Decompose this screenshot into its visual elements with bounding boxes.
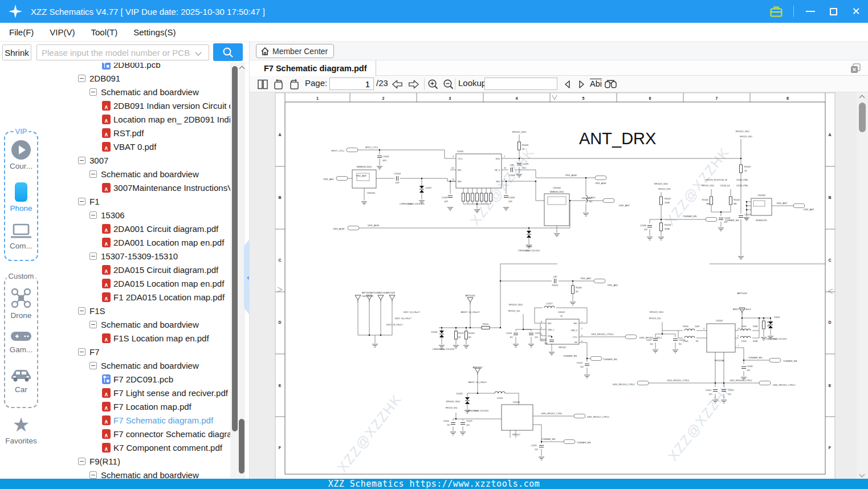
tree-group[interactable]: Schematic and boardview [43, 468, 230, 479]
tree-item[interactable]: ∧F1 2DA015 Location map.pdf [43, 290, 230, 304]
collapse-minus-icon[interactable] [89, 252, 97, 260]
tree-group[interactable]: Schematic and boardview [43, 85, 230, 99]
tree-item[interactable]: ∧F7 Location map.pdf [43, 400, 230, 413]
tree-item[interactable]: F7 2DC091.pcb [43, 372, 230, 386]
svg-text:R1006: R1006 [576, 287, 582, 289]
tree-item[interactable]: ∧2DB091 Indian version Circuit d [43, 99, 230, 112]
svg-text:6: 6 [541, 333, 542, 336]
previous-match-icon[interactable] [561, 78, 574, 91]
sidebar-item-drone[interactable]: Drone [5, 287, 37, 320]
tree-group[interactable]: 3007 [43, 153, 230, 167]
match-case-toggle[interactable]: Abi [590, 79, 602, 88]
search-icon [222, 46, 234, 59]
member-center-button[interactable]: Member Center [256, 44, 334, 58]
two-page-view-icon[interactable] [256, 78, 269, 91]
tree-item[interactable]: ∧F7 Light sense and reciver.pdf [43, 386, 230, 400]
tree-item[interactable]: ∧2DA015 Circuit diagram.pdf [43, 263, 230, 276]
tree-item[interactable]: ∧Location map en_ 2DB091 India [43, 112, 230, 126]
svg-text:C1009: C1009 [522, 163, 528, 165]
tree-item[interactable]: 2DB001.pcb [43, 63, 230, 71]
sidebar-item-cour[interactable]: Cour... [5, 140, 37, 170]
sidebar-item-car[interactable]: Car [5, 368, 37, 394]
tree-group[interactable]: F7 [43, 345, 230, 358]
tree-item[interactable]: ∧2DA015 Location map en.pdf [43, 276, 230, 290]
tree-item[interactable]: ∧2DA001 Location map en.pdf [43, 235, 230, 249]
tree-group[interactable]: F1 [43, 194, 230, 208]
collapse-minus-icon[interactable] [89, 88, 97, 96]
sidebar-item-favorites[interactable]: ★ Favorites [4, 415, 38, 445]
tree-item[interactable]: ∧2DA001 Circuit diagram.pdf [43, 222, 230, 235]
scroll-down-icon[interactable] [859, 472, 865, 478]
gamepad-icon [10, 329, 32, 343]
tab-f7-schematic[interactable]: F7 Schematic diagram.pdf [250, 60, 376, 76]
collapse-minus-icon[interactable] [78, 348, 85, 356]
lookup-input[interactable] [484, 78, 557, 90]
svg-text:RF1119_V50: RF1119_V50 [446, 407, 458, 409]
svg-text:D: D [278, 320, 281, 324]
tree-group[interactable]: F1S [43, 304, 230, 317]
tree-scrollbar[interactable] [230, 63, 245, 479]
collapse-minus-icon[interactable] [89, 362, 97, 369]
svg-text:NC: NC [510, 336, 514, 339]
laptop-icon [10, 223, 32, 239]
zoom-in-icon[interactable] [426, 78, 439, 91]
tree-group[interactable]: Schematic and boardview [43, 317, 230, 331]
collapse-minus-icon[interactable] [78, 307, 85, 315]
maximize-button[interactable] [827, 5, 840, 18]
next-page-icon[interactable] [407, 78, 420, 91]
menu-item-vipv[interactable]: VIP(V) [46, 26, 78, 39]
rotate-right-icon[interactable] [287, 78, 300, 91]
collapse-minus-icon[interactable] [89, 170, 97, 178]
tree-group[interactable]: F9(R11) [43, 454, 230, 468]
sidebar-item-phone[interactable]: Phone [5, 182, 37, 213]
scroll-up-icon[interactable] [859, 95, 865, 101]
search-button[interactable] [213, 43, 243, 61]
pdf-viewer[interactable]: 12345678AABBCCDDEEFFXZZ@XZZHKXZZ@XZZHKXZ… [250, 92, 868, 479]
tree-item[interactable]: ∧RST.pdf [43, 126, 230, 140]
page-number-input[interactable] [329, 78, 374, 90]
collapse-minus-icon[interactable] [89, 211, 97, 219]
tree-group[interactable]: Schematic and boardview [43, 358, 230, 372]
tree-group[interactable]: 15307-15309-15310 [43, 249, 230, 263]
pdf-icon: ∧ [102, 279, 111, 288]
file-tree: 2DB001.pcb2DB091Schematic and boardview∧… [43, 63, 230, 479]
tree-item[interactable]: ∧VBAT 0.pdf [43, 140, 230, 153]
tree-item[interactable]: ∧3007Maintenance InstructionsV [43, 181, 230, 194]
rotate-left-icon[interactable] [272, 78, 285, 91]
close-button[interactable]: ✕ [850, 5, 862, 18]
collapse-minus-icon[interactable] [78, 458, 85, 465]
tree-scrollbar-thumb-2[interactable] [239, 419, 244, 474]
collapse-minus-icon[interactable] [78, 198, 85, 205]
vip-briefcase-icon[interactable] [769, 5, 783, 18]
sidebar-item-gam[interactable]: Gam... [5, 329, 37, 354]
tree-item[interactable]: ∧F1S Location map en.pdf [43, 331, 230, 345]
collapse-minus-icon[interactable] [89, 471, 97, 479]
svg-text:RF1119_V50: RF1119_V50 [649, 317, 661, 320]
zoom-out-icon[interactable] [442, 78, 455, 91]
menu-item-settingss[interactable]: Settings(S) [130, 26, 179, 39]
viewer-scrollbar-thumb[interactable] [859, 103, 866, 132]
menu-item-filef[interactable]: File(F) [6, 26, 37, 39]
tree-scrollbar-thumb[interactable] [232, 66, 238, 431]
tree-group[interactable]: Schematic and boardview [43, 167, 230, 181]
svg-text:R1012: R1012 [552, 284, 558, 287]
shrink-button[interactable]: Shrink [2, 44, 31, 60]
binoculars-search-icon[interactable] [604, 78, 617, 91]
tree-group[interactable]: 15306 [43, 208, 230, 222]
minimize-button[interactable] [804, 5, 817, 18]
close-all-tabs-icon[interactable] [850, 63, 861, 74]
collapse-minus-icon[interactable] [78, 157, 85, 164]
tree-item[interactable]: ∧F7 Schematic diagram.pdf [43, 413, 230, 427]
model-search-input[interactable] [36, 44, 209, 60]
tree-group[interactable]: 2DB091 [43, 71, 230, 85]
sidebar-item-com[interactable]: Com... [5, 223, 37, 250]
collapse-minus-icon[interactable] [89, 321, 97, 328]
menu-item-toolt[interactable]: Tool(T) [88, 26, 121, 39]
collapse-minus-icon[interactable] [78, 75, 85, 82]
scroll-up-icon[interactable] [239, 66, 245, 72]
tree-item[interactable]: ∧K7 Component comment.pdf [43, 441, 230, 454]
viewer-scrollbar[interactable] [857, 92, 868, 479]
previous-page-icon[interactable] [391, 78, 404, 91]
next-match-icon[interactable] [574, 78, 588, 91]
tree-item[interactable]: ∧F7 connector Schematic diagrar [43, 427, 230, 441]
